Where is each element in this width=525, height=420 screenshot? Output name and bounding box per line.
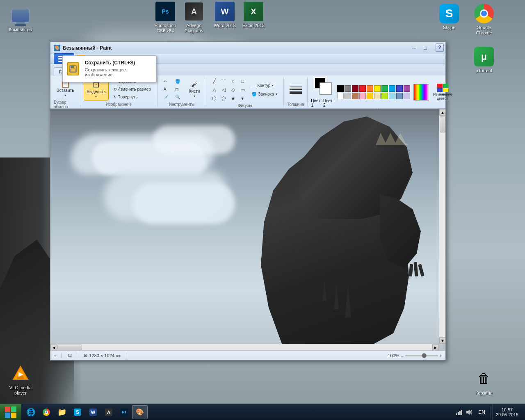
shape-star[interactable]: ★	[228, 94, 237, 103]
rainbow-color-button[interactable]	[413, 84, 429, 100]
taskbar-chrome[interactable]	[39, 405, 54, 419]
zoom-increase-button[interactable]: +	[440, 353, 442, 358]
fill-icon: 🪣	[251, 92, 256, 96]
color-darkred[interactable]	[352, 85, 358, 92]
color-lime[interactable]	[381, 93, 388, 99]
eyedropper-button[interactable]: 💉	[161, 94, 171, 100]
taskbar-skype[interactable]: S	[70, 405, 85, 419]
color-red[interactable]	[359, 85, 366, 92]
thickness-3[interactable]	[290, 89, 302, 90]
zoom-thumb[interactable]	[422, 353, 427, 358]
fill-bucket-button[interactable]: 🪣	[172, 78, 183, 85]
save-tooltip-title: Сохранить (CTRL+S)	[82, 59, 152, 66]
taskbar-explorer[interactable]: 📁	[54, 405, 70, 419]
vertical-scrollbar[interactable]: ▲ ▼	[439, 109, 445, 344]
scroll-thumb-v[interactable]	[440, 116, 445, 132]
start-button[interactable]	[0, 404, 21, 420]
tray-network-icon[interactable]	[455, 408, 463, 416]
rotate-button[interactable]: ↻ Повернуть	[110, 94, 154, 100]
taskbar-ie[interactable]: 🌐	[23, 405, 39, 419]
desktop-icon-chrome[interactable]: Google Chrome	[468, 2, 500, 37]
color-cyan[interactable]	[389, 85, 395, 92]
scroll-right-button[interactable]: ►	[432, 344, 439, 350]
add-icon: +	[54, 353, 56, 358]
taskbar-advego[interactable]: A	[101, 405, 116, 419]
tray-volume-icon[interactable]	[465, 408, 473, 416]
desktop-icon-computer[interactable]: Компьютер	[4, 4, 37, 34]
eraser-button[interactable]: ◻	[172, 86, 183, 93]
horizontal-scrollbar[interactable]: ◄ ►	[50, 344, 439, 350]
color-orange[interactable]	[367, 85, 373, 92]
fill-button[interactable]: 🪣 Заливка ▾	[249, 91, 280, 98]
color-brown[interactable]	[352, 93, 358, 99]
color-slate[interactable]	[396, 93, 403, 99]
desktop-icon-word[interactable]: W Word 2013	[208, 0, 241, 30]
color-blue[interactable]	[396, 85, 403, 92]
color-gray[interactable]	[345, 85, 351, 92]
color-white[interactable]	[337, 93, 344, 99]
tray-language[interactable]: EN	[475, 409, 488, 415]
paint-canvas[interactable]	[50, 109, 445, 350]
taskbar-word[interactable]: W	[85, 405, 101, 419]
desktop-icon-vlc[interactable]: ▶ VLC media player	[4, 362, 37, 397]
thickness-1[interactable]	[290, 85, 302, 85]
color-lightblue[interactable]	[389, 93, 395, 99]
thickness-2[interactable]	[290, 87, 302, 87]
desktop-icon-excel[interactable]: X Excel 2013	[237, 0, 270, 30]
shape-diamond[interactable]: ◇	[228, 86, 237, 94]
text-button[interactable]: A	[161, 86, 171, 93]
color-purple[interactable]	[404, 85, 410, 92]
color-gold[interactable]	[367, 93, 373, 99]
color-green[interactable]	[381, 85, 388, 92]
brushes-button[interactable]: 🖌 Кисти ▾	[186, 79, 203, 100]
edit-colors-button[interactable]: Изменение цветов	[432, 82, 453, 103]
scroll-up-button[interactable]: ▲	[439, 109, 445, 116]
scroll-down-button[interactable]: ▼	[439, 337, 445, 344]
zoom-control[interactable]: 100% – +	[388, 353, 442, 358]
resize-button[interactable]: ⟲ Изменить размер	[110, 86, 154, 93]
scroll-left-button[interactable]: ◄	[50, 344, 57, 350]
selection-icon: ⊡	[68, 353, 72, 358]
color-black[interactable]	[337, 85, 344, 92]
shape-rrect[interactable]: ▭	[238, 86, 247, 94]
color2-box[interactable]	[320, 83, 331, 94]
shape-hex[interactable]: ⬡	[210, 94, 219, 103]
shape-penta[interactable]: ⬠	[219, 94, 228, 103]
help-button[interactable]: ?	[436, 43, 444, 52]
shape-line[interactable]: ╱	[210, 77, 219, 85]
zoom-decrease-button[interactable]: –	[401, 353, 403, 358]
taskbar-paint[interactable]: 🎨	[132, 405, 148, 419]
maximize-button[interactable]: □	[420, 44, 431, 52]
scroll-thumb-h[interactable]	[57, 345, 82, 350]
thickness-4[interactable]	[290, 91, 302, 94]
color-lavender[interactable]	[404, 93, 410, 99]
shape-more[interactable]: ▾	[238, 94, 247, 103]
taskbar-photoshop[interactable]: Ps	[116, 405, 132, 419]
paint-canvas-area[interactable]: ▲ ▼ ◄ ►	[50, 109, 445, 350]
shape-rect[interactable]: □	[238, 77, 247, 85]
thickness-selector[interactable]	[288, 83, 304, 96]
pencil-button[interactable]: ✏	[161, 78, 171, 85]
desktop-icon-skype[interactable]: S Skype	[433, 2, 466, 32]
contour-button[interactable]: — Контур ▾	[249, 82, 280, 89]
taskbar-clock[interactable]: 10:57 29.05.2015	[492, 404, 522, 420]
color-lightgray[interactable]	[345, 93, 351, 99]
minimize-button[interactable]: ─	[409, 44, 419, 52]
add-status-item: +	[54, 353, 62, 358]
color-cream[interactable]	[374, 93, 381, 99]
color-yellow[interactable]	[374, 85, 381, 92]
magnify-button[interactable]: 🔍	[172, 94, 183, 100]
shape-triangle[interactable]: △	[210, 86, 219, 94]
desktop-icon-utorrent[interactable]: µ µTorrent	[468, 45, 500, 75]
zoom-track[interactable]	[405, 355, 438, 356]
canvas-scroll[interactable]	[50, 109, 445, 350]
color-pink[interactable]	[359, 93, 366, 99]
shape-oval[interactable]: ○	[228, 77, 237, 85]
shape-rtriangle[interactable]: ◁	[219, 86, 228, 94]
word-taskbar-icon: W	[89, 408, 97, 416]
vlc-icon: ▶	[11, 364, 30, 383]
desktop-icon-photoshop[interactable]: Ps Photoshop CS6 x64	[149, 0, 182, 35]
desktop-icon-recycle[interactable]: 🗑 Корзина	[468, 368, 500, 397]
desktop-icon-advego[interactable]: A Advego Plagiatus	[178, 0, 210, 35]
shape-curve[interactable]: ⌒	[219, 77, 228, 85]
